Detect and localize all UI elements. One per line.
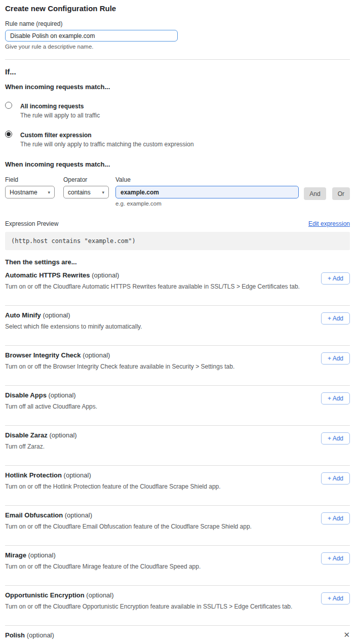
setting-optional: (optional)	[64, 471, 91, 479]
setting-name: Polish	[5, 631, 25, 639]
setting-description: Turn off Zaraz.	[5, 443, 350, 450]
setting-name: Opportunistic Encryption	[5, 591, 85, 599]
setting-description: Turn on or off the Cloudflare Opportunis…	[5, 603, 350, 610]
expression-preview-label: Expression Preview	[5, 220, 58, 227]
expression-builder-row: Field Hostname ▾ Operator contains ▾ Val…	[5, 176, 350, 207]
add-automatic-https-rewrites-button[interactable]: + Add	[321, 272, 350, 285]
setting-name: Disable Zaraz	[5, 431, 48, 439]
setting-description: Turn on or off the Browser Integrity Che…	[5, 363, 350, 370]
or-button[interactable]: Or	[332, 187, 350, 200]
setting-name: Email Obfuscation	[5, 511, 63, 519]
chevron-down-icon: ▾	[48, 190, 50, 195]
radio-all-incoming-icon[interactable]	[5, 102, 12, 109]
setting-row-hotlink-protection: Hotlink Protection (optional) Turn on or…	[5, 466, 350, 506]
setting-name: Disable Apps	[5, 391, 47, 399]
setting-row-disable-apps: Disable Apps (optional) Turn off all act…	[5, 386, 350, 426]
rule-name-helper: Give your rule a descriptive name.	[5, 44, 350, 50]
setting-description: Turn off all active Cloudflare Apps.	[5, 403, 350, 410]
setting-row-opportunistic-encryption: Opportunistic Encryption (optional) Turn…	[5, 586, 350, 626]
setting-optional: (optional)	[27, 631, 54, 639]
setting-description: Turn on or off the Cloudflare Email Obfu…	[5, 523, 350, 530]
setting-row-mirage: Mirage (optional) Turn on or off the Clo…	[5, 546, 350, 586]
and-button[interactable]: And	[304, 187, 326, 200]
add-disable-apps-button[interactable]: + Add	[321, 392, 350, 405]
operator-label: Operator	[63, 176, 109, 183]
setting-optional: (optional)	[86, 591, 113, 599]
edit-expression-link[interactable]: Edit expression	[308, 220, 350, 227]
match-heading: When incoming requests match...	[5, 83, 350, 91]
expression-preview-header: Expression Preview Edit expression	[5, 220, 350, 227]
add-mirage-button[interactable]: + Add	[321, 552, 350, 565]
setting-row-auto-minify: Auto Minify (optional) Select which file…	[5, 306, 350, 346]
configuration-rule-form: Create new Configuration Rule Rule name …	[0, 0, 357, 644]
if-heading: If...	[5, 67, 350, 76]
operator-select[interactable]: contains ▾	[63, 186, 109, 198]
add-browser-integrity-check-button[interactable]: + Add	[321, 352, 350, 365]
option-label: Custom filter expression	[20, 132, 92, 139]
add-opportunistic-encryption-button[interactable]: + Add	[321, 592, 350, 605]
builder-heading: When incoming requests match...	[5, 160, 350, 168]
setting-description: Turn on or off the Cloudflare Automatic …	[5, 283, 350, 290]
setting-row-disable-zaraz: Disable Zaraz (optional) Turn off Zaraz.…	[5, 426, 350, 466]
setting-optional: (optional)	[28, 551, 56, 559]
add-hotlink-protection-button[interactable]: + Add	[321, 472, 350, 485]
setting-row-automatic-https-rewrites: Automatic HTTPS Rewrites (optional) Turn…	[5, 266, 350, 306]
add-disable-zaraz-button[interactable]: + Add	[321, 432, 350, 445]
setting-row-email-obfuscation: Email Obfuscation (optional) Turn on or …	[5, 506, 350, 546]
value-label: Value	[115, 176, 299, 183]
setting-optional: (optional)	[65, 511, 92, 519]
add-email-obfuscation-button[interactable]: + Add	[321, 512, 350, 525]
setting-name: Mirage	[5, 551, 26, 559]
radio-custom-expression-icon[interactable]	[5, 131, 12, 138]
close-icon[interactable]: ✕	[343, 631, 350, 638]
expression-preview-code: (http.host contains "example.com")	[5, 232, 350, 250]
setting-optional: (optional)	[49, 391, 76, 399]
setting-name: Hotlink Protection	[5, 471, 62, 479]
option-description: The rule will only apply to traffic matc…	[20, 141, 194, 148]
setting-name: Auto Minify	[5, 311, 41, 319]
chevron-down-icon: ▾	[102, 190, 104, 195]
setting-description: Turn on or off the Hotlink Protection fe…	[5, 483, 350, 490]
value-helper: e.g. example.com	[115, 200, 299, 207]
add-auto-minify-button[interactable]: + Add	[321, 312, 350, 325]
setting-name: Browser Integrity Check	[5, 351, 81, 359]
setting-row-polish: Polish (optional) ✕ Change the settings …	[5, 626, 350, 644]
rule-name-label: Rule name (required)	[5, 20, 350, 27]
setting-optional: (optional)	[83, 351, 110, 359]
option-custom-filter-expression[interactable]: Custom filter expression The rule will o…	[5, 130, 350, 148]
setting-description: Select which file extensions to minify a…	[5, 323, 350, 330]
setting-description: Turn on or off the Cloudflare Mirage fea…	[5, 563, 350, 570]
option-label: All incoming requests	[20, 103, 84, 110]
option-all-incoming-requests[interactable]: All incoming requests The rule will appl…	[5, 101, 350, 119]
setting-optional: (optional)	[92, 271, 119, 279]
setting-optional: (optional)	[43, 311, 70, 319]
option-description: The rule will apply to all traffic	[20, 112, 100, 119]
setting-row-browser-integrity-check: Browser Integrity Check (optional) Turn …	[5, 346, 350, 386]
setting-name: Automatic HTTPS Rewrites	[5, 271, 90, 279]
value-input[interactable]	[115, 186, 299, 198]
then-heading: Then the settings are...	[5, 258, 350, 266]
page-title: Create new Configuration Rule	[5, 4, 350, 13]
divider	[5, 59, 350, 60]
field-label: Field	[5, 176, 55, 183]
rule-name-input[interactable]	[5, 30, 178, 42]
field-select[interactable]: Hostname ▾	[5, 186, 55, 198]
setting-optional: (optional)	[49, 431, 76, 439]
